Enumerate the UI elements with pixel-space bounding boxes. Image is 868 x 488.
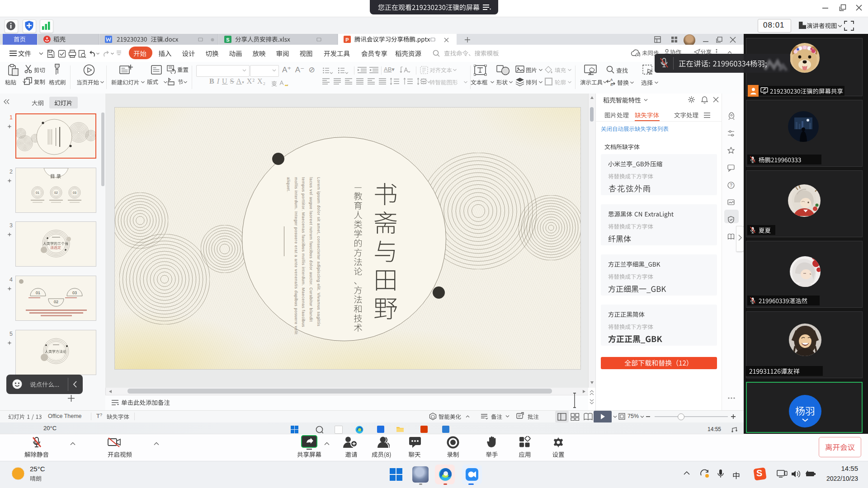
svg-text:01: 01 — [36, 191, 39, 194]
svg-text:B: B — [610, 83, 613, 86]
svg-text:01: 01 — [36, 291, 40, 295]
svg-text:S: S — [226, 37, 229, 42]
svg-text:02: 02 — [54, 191, 58, 194]
svg-text:P: P — [345, 37, 349, 42]
svg-text:A: A — [610, 78, 613, 82]
svg-text:?: ? — [730, 183, 732, 188]
svg-text:03: 03 — [72, 291, 77, 295]
svg-text:03: 03 — [73, 191, 76, 194]
svg-text:02: 02 — [54, 300, 58, 304]
